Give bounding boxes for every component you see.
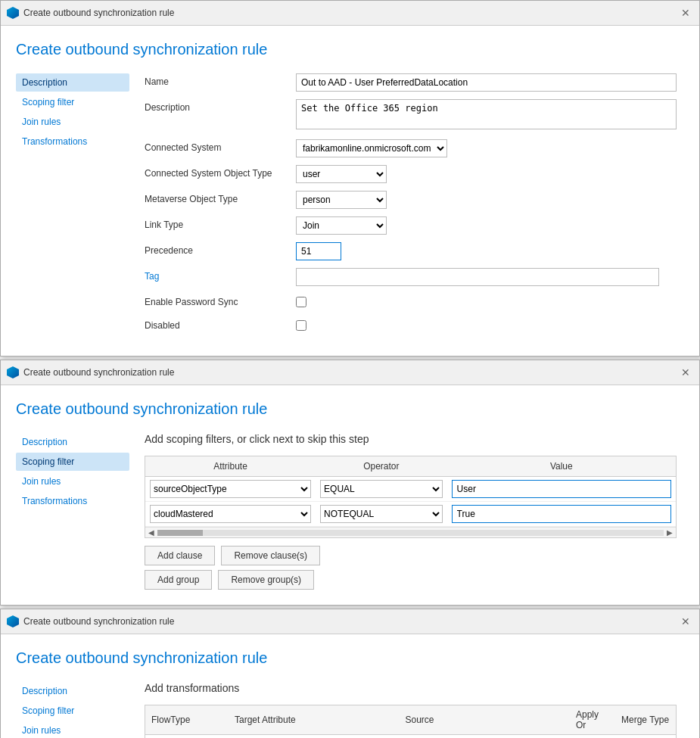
filter-row1-operator: EQUAL [316,477,447,502]
password-sync-label: Enable Password Sync [145,294,296,307]
nav-scoping-1[interactable]: Scoping filter [16,93,129,111]
nav-join-1[interactable]: Join rules [16,113,129,131]
password-sync-checkbox[interactable] [296,297,306,307]
filter-row2-value [447,502,676,527]
connected-system-select[interactable]: fabrikamonline.onmicrosoft.com [296,139,447,157]
add-group-button[interactable]: Add group [145,570,212,590]
connected-object-type-select[interactable]: user [296,165,387,183]
trans-row1-apply [570,735,615,739]
description-row: Description [145,99,677,132]
trans-row1-source: preferredDataLocation [400,735,571,739]
precedence-row: Precedence [145,242,677,260]
close-button-3[interactable]: ✕ [678,614,693,629]
close-button-2[interactable]: ✕ [678,365,693,380]
disabled-checkbox[interactable] [296,320,306,331]
filter-header-value: Value [447,456,676,477]
metaverse-object-type-select[interactable]: person [296,191,387,209]
connected-system-row: Connected System fabrikamonline.onmicros… [145,139,677,157]
filter-row1-attribute: sourceObjectType [145,477,316,502]
trans-table: FlowType Target Attribute Source Apply O… [145,705,676,738]
window-3: Create outbound synchronization rule ✕ C… [0,609,700,738]
titlebar-1: Create outbound synchronization rule ✕ [1,1,699,26]
filter-table: Attribute Operator Value sourceObjectTyp… [145,456,676,527]
filter-header-operator: Operator [316,456,447,477]
window-1: Create outbound synchronization rule ✕ C… [0,0,700,357]
trans-row1-flowtype: Direct [145,735,229,739]
filter-row2-value-input[interactable] [452,505,671,523]
filter-row1-value [447,477,676,502]
filter-row1-operator-select[interactable]: EQUAL [320,480,443,498]
app-icon-2 [7,366,19,378]
window-body-1: Create outbound synchronization rule Des… [1,26,699,356]
connected-system-control: fabrikamonline.onmicrosoft.com [296,139,677,157]
nav-description-2[interactable]: Description [16,433,129,451]
filter-row2-attribute: cloudMastered [145,502,316,527]
group-button-row: Add group Remove group(s) [145,570,677,590]
name-label: Name [145,73,296,87]
nav-sidebar-2: Description Scoping filter Join rules Tr… [16,433,137,590]
nav-description-3[interactable]: Description [16,682,129,700]
connected-object-type-label: Connected System Object Type [145,165,296,179]
trans-header-flowtype: FlowType [145,705,229,735]
precedence-input[interactable] [296,242,341,260]
trans-table-wrapper: FlowType Target Attribute Source Apply O… [145,705,677,738]
titlebar-3: Create outbound synchronization rule ✕ [1,609,699,634]
filter-row-2: cloudMastered NOTEQUAL [145,502,676,527]
filter-header-attribute: Attribute [145,456,316,477]
disabled-row: Disabled [145,317,677,333]
tag-input[interactable] [296,268,659,286]
filter-row2-operator-select[interactable]: NOTEQUAL [320,505,443,523]
filter-row1-value-input[interactable] [452,480,671,498]
nav-transformations-2[interactable]: Transformations [16,492,129,510]
filter-row2-operator: NOTEQUAL [316,502,447,527]
nav-join-2[interactable]: Join rules [16,472,129,490]
nav-join-3[interactable]: Join rules [16,721,129,738]
scroll-left[interactable]: ◀ [148,528,154,537]
trans-section-title: Add transformations [145,682,677,694]
name-control [296,73,677,92]
remove-clauses-button[interactable]: Remove clause(s) [221,546,320,565]
remove-group-button[interactable]: Remove group(s) [218,570,314,590]
window-body-3: Create outbound synchronization rule Des… [1,634,699,738]
password-sync-row: Enable Password Sync [145,294,677,310]
trans-header-target: Target Attribute [229,705,400,735]
trans-row1-merge: Update [615,735,676,739]
name-row: Name [145,73,677,92]
horizontal-scrollbar: ◀ ▶ [145,527,676,537]
filter-row2-attribute-select[interactable]: cloudMastered [150,505,311,523]
window-title-3: Create outbound synchronization rule [23,616,674,627]
form-area-1: Name Description Connected System fa [137,73,677,341]
trans-header-merge: Merge Type [615,705,676,735]
close-button-1[interactable]: ✕ [678,5,693,20]
window-title-1: Create outbound synchronization rule [23,8,674,18]
description-control [296,99,677,132]
link-type-control: Join [296,216,677,235]
description-input[interactable] [296,99,677,129]
app-icon-1 [7,7,19,19]
add-clause-button[interactable]: Add clause [145,546,215,565]
link-type-select[interactable]: Join [296,216,387,235]
disabled-label: Disabled [145,317,296,331]
nav-scoping-3[interactable]: Scoping filter [16,702,129,720]
scroll-thumb [157,530,203,536]
nav-scoping-2[interactable]: Scoping filter [16,453,129,471]
filter-row1-attribute-select[interactable]: sourceObjectType [150,480,311,498]
name-input[interactable] [296,73,677,92]
connected-object-type-control: user [296,165,677,183]
nav-transformations-1[interactable]: Transformations [16,132,129,151]
metaverse-object-type-control: person [296,191,677,209]
titlebar-2: Create outbound synchronization rule ✕ [1,360,699,385]
scroll-right[interactable]: ▶ [667,528,673,537]
window-body-2: Create outbound synchronization rule Des… [1,385,699,605]
link-type-row: Link Type Join [145,216,677,235]
page-title-1: Create outbound synchronization rule [16,41,677,58]
precedence-control [296,242,677,260]
filter-section-title: Add scoping filters, or click next to sk… [145,433,677,445]
trans-section: Add transformations FlowType Target Attr… [137,682,677,738]
nav-description-1[interactable]: Description [16,73,129,92]
precedence-label: Precedence [145,242,296,256]
content-area-1: Description Scoping filter Join rules Tr… [16,73,677,341]
password-sync-control [296,294,677,310]
nav-sidebar-1: Description Scoping filter Join rules Tr… [16,73,137,341]
description-label: Description [145,99,296,113]
